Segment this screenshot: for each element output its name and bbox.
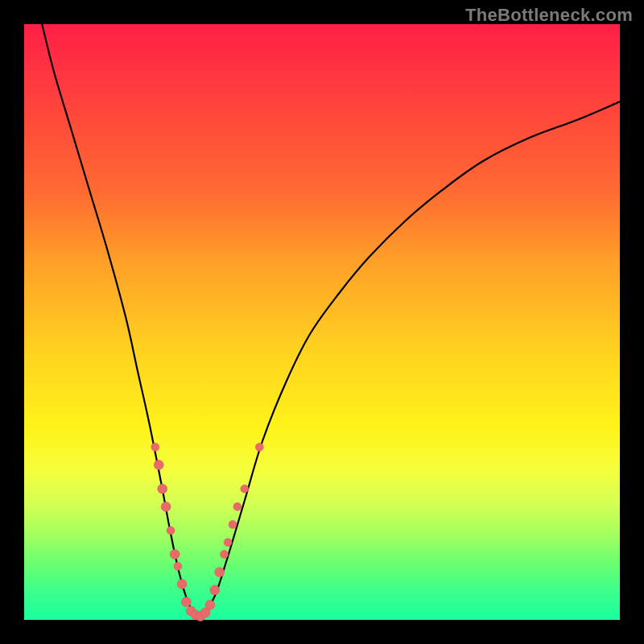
data-marker: [229, 521, 237, 529]
data-marker: [255, 443, 263, 451]
chart-frame: TheBottleneck.com: [0, 0, 644, 644]
data-marker: [215, 568, 225, 577]
data-marker: [221, 551, 229, 559]
data-marker: [170, 550, 180, 559]
data-marker: [181, 597, 191, 607]
data-marker: [167, 526, 175, 535]
data-marker: [177, 580, 187, 589]
curve-svg: [24, 24, 620, 620]
watermark-label: TheBottleneck.com: [465, 5, 633, 26]
data-marker: [154, 460, 163, 470]
data-marker: [205, 601, 215, 610]
data-marker: [241, 485, 249, 493]
data-marker: [233, 502, 242, 510]
data-marker: [158, 484, 167, 493]
data-marker: [224, 539, 232, 547]
plot-area: [24, 24, 620, 620]
marker-layer: [151, 443, 263, 621]
bottleneck-curve: [42, 24, 620, 618]
data-marker: [161, 502, 171, 511]
data-marker: [151, 443, 159, 451]
data-marker: [174, 562, 182, 570]
data-marker: [210, 585, 220, 595]
